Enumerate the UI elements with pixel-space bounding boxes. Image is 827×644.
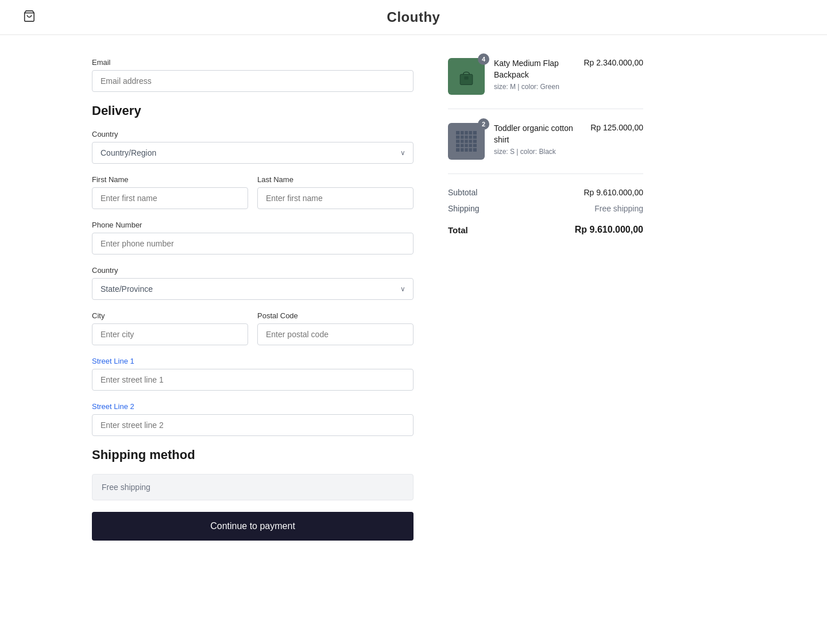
item-image	[448, 58, 485, 95]
postal-group: Postal Code	[257, 311, 413, 345]
cart-icon[interactable]	[23, 10, 36, 25]
email-group: Email	[92, 58, 413, 92]
state-select-wrapper: State/Province Jawa Barat DKI Jakarta	[92, 278, 413, 300]
item-meta: size: M | color: Green	[494, 83, 574, 91]
order-summary: 4 Katy Medium Flap Backpack size: M | co…	[448, 58, 643, 541]
phone-input[interactable]	[92, 233, 413, 254]
checkout-form: Email Delivery Country Country/Region In…	[92, 58, 413, 541]
subtotal-value: Rp 9.610.000,00	[583, 188, 643, 197]
country-select-wrapper: Country/Region Indonesia Malaysia Singap…	[92, 142, 413, 164]
site-header: Clouthy	[0, 0, 827, 35]
continue-to-payment-button[interactable]: Continue to payment	[92, 512, 413, 541]
email-label: Email	[92, 58, 413, 67]
total-label: Total	[448, 225, 468, 235]
city-postal-row: City Postal Code	[92, 311, 413, 357]
item-quantity-badge: 4	[478, 53, 489, 65]
first-name-input[interactable]	[92, 187, 248, 209]
order-item: 2 Toddler organic cotton shirt size: S |…	[448, 123, 643, 174]
street2-group: Street Line 2	[92, 402, 413, 436]
name-row: First Name Last Name	[92, 175, 413, 221]
shipping-method-title: Shipping method	[92, 448, 413, 462]
item-quantity-badge: 2	[478, 118, 489, 130]
email-input[interactable]	[92, 70, 413, 92]
country-label: Country	[92, 130, 413, 138]
order-item: 4 Katy Medium Flap Backpack size: M | co…	[448, 58, 643, 109]
item-price: Rp 125.000,00	[590, 123, 643, 132]
state-group: Country State/Province Jawa Barat DKI Ja…	[92, 266, 413, 300]
shipping-option: Free shipping	[92, 474, 413, 500]
city-label: City	[92, 311, 248, 320]
city-input[interactable]	[92, 323, 248, 345]
item-meta: size: S | color: Black	[494, 148, 581, 156]
item-name: Katy Medium Flap Backpack	[494, 58, 574, 80]
city-group: City	[92, 311, 248, 345]
street1-group: Street Line 1	[92, 357, 413, 391]
first-name-label: First Name	[92, 175, 248, 184]
country-group: Country Country/Region Indonesia Malaysi…	[92, 130, 413, 164]
item-details: Katy Medium Flap Backpack size: M | colo…	[494, 58, 574, 91]
total-value: Rp 9.610.000,00	[575, 225, 643, 235]
last-name-input[interactable]	[257, 187, 413, 209]
shipping-label: Shipping	[448, 204, 480, 213]
phone-label: Phone Number	[92, 221, 413, 229]
item-image-wrapper: 4	[448, 58, 485, 95]
item-image	[448, 123, 485, 160]
total-row: Total Rp 9.610.000,00	[448, 220, 643, 235]
country-select[interactable]: Country/Region Indonesia Malaysia Singap…	[92, 142, 413, 164]
street2-input[interactable]	[92, 414, 413, 436]
state-label: Country	[92, 266, 413, 275]
postal-input[interactable]	[257, 323, 413, 345]
main-container: Email Delivery Country Country/Region In…	[69, 35, 758, 564]
state-select[interactable]: State/Province Jawa Barat DKI Jakarta	[92, 278, 413, 300]
site-title: Clouthy	[387, 9, 440, 25]
last-name-label: Last Name	[257, 175, 413, 184]
postal-label: Postal Code	[257, 311, 413, 320]
item-details: Toddler organic cotton shirt size: S | c…	[494, 123, 581, 156]
order-totals: Subtotal Rp 9.610.000,00 Shipping Free s…	[448, 188, 643, 235]
first-name-group: First Name	[92, 175, 248, 209]
street1-label: Street Line 1	[92, 357, 413, 365]
svg-rect-3	[456, 131, 477, 152]
delivery-title: Delivery	[92, 103, 413, 118]
last-name-group: Last Name	[257, 175, 413, 209]
svg-rect-2	[464, 76, 468, 79]
subtotal-row: Subtotal Rp 9.610.000,00	[448, 188, 643, 197]
shipping-value: Free shipping	[594, 204, 643, 213]
item-image-wrapper: 2	[448, 123, 485, 160]
street2-label: Street Line 2	[92, 402, 413, 411]
subtotal-label: Subtotal	[448, 188, 477, 197]
item-name: Toddler organic cotton shirt	[494, 123, 581, 145]
phone-group: Phone Number	[92, 221, 413, 254]
shipping-row: Shipping Free shipping	[448, 204, 643, 213]
item-price: Rp 2.340.000,00	[583, 58, 643, 67]
street1-input[interactable]	[92, 369, 413, 391]
